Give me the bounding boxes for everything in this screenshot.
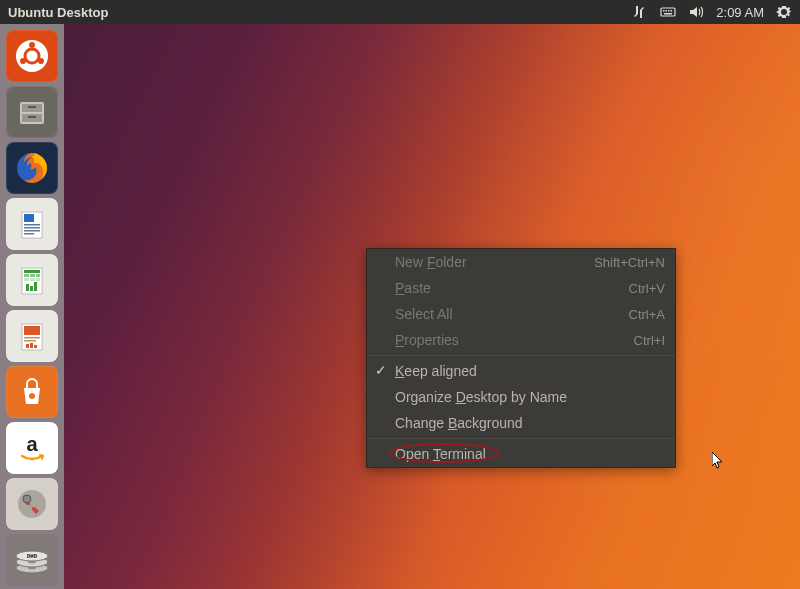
svg-rect-4 <box>671 10 673 12</box>
menu-paste[interactable]: Paste Ctrl+V <box>367 275 675 301</box>
launcher-software[interactable] <box>6 366 58 418</box>
amazon-icon: a <box>12 428 52 468</box>
gear-icon <box>776 4 792 20</box>
menu-label: Change Background <box>395 415 523 431</box>
window-title: Ubuntu Desktop <box>8 5 108 20</box>
indicator-area: 2:09 AM <box>632 4 792 20</box>
svg-rect-5 <box>664 13 672 15</box>
menu-new-folder[interactable]: New Folder Shift+Ctrl+N <box>367 249 675 275</box>
svg-point-43 <box>18 490 46 518</box>
menu-accel: Shift+Ctrl+N <box>594 255 665 270</box>
launcher-dvd[interactable]: DVD <box>6 534 58 586</box>
menu-accel: Ctrl+I <box>634 333 665 348</box>
menu-open-terminal[interactable]: Open Terminal <box>367 441 675 467</box>
menu-label: Paste <box>395 280 431 296</box>
launcher-impress[interactable] <box>6 310 58 362</box>
network-icon <box>632 4 648 20</box>
svg-rect-25 <box>24 274 29 277</box>
menu-accel: Ctrl+A <box>629 307 665 322</box>
menu-label: Keep aligned <box>395 363 477 379</box>
menu-label: Select All <box>395 306 453 322</box>
file-cabinet-icon <box>12 92 52 132</box>
svg-point-41 <box>29 393 35 399</box>
svg-rect-20 <box>24 227 40 229</box>
svg-rect-32 <box>30 286 33 291</box>
sound-icon <box>688 4 704 20</box>
menu-separator <box>367 355 675 356</box>
svg-point-44 <box>23 495 31 503</box>
svg-rect-3 <box>668 10 670 12</box>
launcher-calc[interactable] <box>6 254 58 306</box>
clock[interactable]: 2:09 AM <box>716 5 764 20</box>
svg-point-9 <box>38 58 44 64</box>
menu-label: Organize Desktop by Name <box>395 389 567 405</box>
menu-label: Properties <box>395 332 459 348</box>
top-menu-bar: Ubuntu Desktop 2:09 AM <box>0 0 800 24</box>
svg-rect-15 <box>28 116 36 118</box>
network-indicator[interactable] <box>632 4 648 20</box>
svg-rect-26 <box>30 274 35 277</box>
launcher-amazon[interactable]: a <box>6 422 58 474</box>
svg-text:DVD: DVD <box>27 553 38 559</box>
presentation-icon <box>12 316 52 356</box>
menu-change-background[interactable]: Change Background <box>367 410 675 436</box>
svg-point-8 <box>29 42 35 48</box>
svg-rect-31 <box>26 284 29 291</box>
system-menu[interactable] <box>776 4 792 20</box>
svg-rect-28 <box>24 278 29 281</box>
sound-indicator[interactable] <box>688 4 704 20</box>
settings-wrench-icon <box>12 484 52 524</box>
menu-label: New Folder <box>395 254 467 270</box>
keyboard-indicator[interactable] <box>660 4 676 20</box>
svg-rect-30 <box>36 278 40 281</box>
menu-properties[interactable]: Properties Ctrl+I <box>367 327 675 353</box>
menu-label: Open Terminal <box>395 446 486 462</box>
menu-accel: Ctrl+V <box>629 281 665 296</box>
menu-separator <box>367 438 675 439</box>
svg-rect-14 <box>28 106 36 108</box>
shopping-bag-icon <box>12 372 52 412</box>
document-icon <box>12 204 52 244</box>
launcher-firefox[interactable] <box>6 142 58 194</box>
menu-organize-desktop[interactable]: Organize Desktop by Name <box>367 384 675 410</box>
svg-rect-19 <box>24 224 40 226</box>
launcher-files[interactable] <box>6 86 58 138</box>
menu-keep-aligned[interactable]: Keep aligned <box>367 358 675 384</box>
spreadsheet-icon <box>12 260 52 300</box>
svg-rect-29 <box>30 278 35 281</box>
unity-launcher: a DVD <box>0 24 64 589</box>
svg-rect-35 <box>24 326 40 335</box>
svg-rect-21 <box>24 230 40 232</box>
svg-rect-24 <box>24 270 40 273</box>
desktop-context-menu: New Folder Shift+Ctrl+N Paste Ctrl+V Sel… <box>366 248 676 468</box>
svg-rect-38 <box>26 344 29 348</box>
svg-rect-33 <box>34 282 37 291</box>
svg-rect-39 <box>30 343 33 348</box>
svg-rect-22 <box>24 233 34 235</box>
ubuntu-logo-icon <box>12 36 52 76</box>
launcher-writer[interactable] <box>6 198 58 250</box>
svg-text:a: a <box>26 433 38 455</box>
keyboard-icon <box>660 4 676 20</box>
svg-point-10 <box>20 58 26 64</box>
svg-rect-1 <box>663 10 665 12</box>
svg-rect-40 <box>34 345 37 348</box>
svg-rect-37 <box>24 340 36 342</box>
svg-rect-27 <box>36 274 40 277</box>
launcher-settings[interactable] <box>6 478 58 530</box>
menu-select-all[interactable]: Select All Ctrl+A <box>367 301 675 327</box>
firefox-icon <box>12 148 52 188</box>
disc-stack-icon: DVD <box>12 540 52 580</box>
svg-rect-2 <box>666 10 668 12</box>
launcher-dash[interactable] <box>6 30 58 82</box>
svg-rect-18 <box>24 214 34 222</box>
svg-rect-0 <box>661 8 675 16</box>
svg-rect-36 <box>24 337 40 339</box>
